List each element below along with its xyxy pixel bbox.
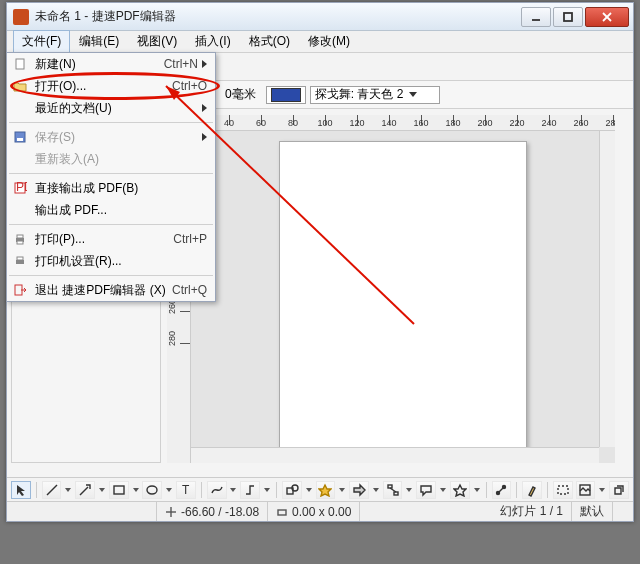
tool-fromfile[interactable] — [576, 481, 596, 499]
tool-connector[interactable] — [240, 481, 260, 499]
style-combo[interactable]: 探戈舞: 青天色 2 — [310, 86, 440, 104]
size-icon — [276, 506, 288, 518]
chevron-right-icon — [202, 104, 207, 112]
tool-callout-dd[interactable] — [439, 488, 447, 492]
doc-new-icon — [11, 56, 29, 72]
tool-symbol-dd[interactable] — [338, 488, 346, 492]
maximize-icon — [563, 12, 573, 22]
rect-icon — [112, 483, 126, 497]
menu-item-shortcut: Ctrl+Q — [172, 283, 207, 297]
svg-rect-30 — [17, 235, 23, 238]
menu-file[interactable]: 文件(F) — [13, 30, 70, 53]
tool-points[interactable] — [492, 481, 512, 499]
file-menu-item-0[interactable]: 新建(N)Ctrl+N — [7, 53, 215, 75]
tool-line-dd[interactable] — [64, 488, 72, 492]
file-menu-item-10[interactable]: 打印(P)...Ctrl+P — [7, 228, 215, 250]
tool-rect[interactable] — [109, 481, 129, 499]
minimize-button[interactable] — [521, 7, 551, 27]
tool-star-dd[interactable] — [473, 488, 481, 492]
menu-item-label: 最近的文档(U) — [35, 100, 198, 117]
style-combo-label: 探戈舞: 青天色 2 — [315, 86, 404, 103]
symbol-icon — [318, 483, 332, 497]
tool-symbol[interactable] — [316, 481, 336, 499]
statusbar: -66.60 / -18.08 0.00 x 0.00 幻灯片 1 / 1 默认 — [7, 501, 633, 521]
menu-insert[interactable]: 插入(I) — [186, 30, 239, 53]
maximize-button[interactable] — [553, 7, 583, 27]
svg-rect-23 — [278, 510, 286, 515]
menu-modify[interactable]: 修改(M) — [299, 30, 359, 53]
svg-rect-26 — [17, 138, 23, 141]
status-size: 0.00 x 0.00 — [268, 502, 360, 521]
tool-fromfile-dd[interactable] — [598, 488, 606, 492]
unit-label: 0毫米 — [225, 86, 256, 103]
tool-ellipse-dd[interactable] — [165, 488, 173, 492]
menu-item-shortcut: Ctrl+O — [172, 79, 207, 93]
chevron-down-icon — [409, 92, 417, 97]
file-menu-item-2[interactable]: 最近的文档(U) — [7, 97, 215, 119]
file-menu-item-11[interactable]: 打印机设置(R)... — [7, 250, 215, 272]
tool-blockarrow-dd[interactable] — [372, 488, 380, 492]
tool-rect-dd[interactable] — [132, 488, 140, 492]
tool-callout[interactable] — [416, 481, 436, 499]
svg-line-5 — [80, 487, 88, 495]
chevron-right-icon — [202, 60, 207, 68]
tool-pointer[interactable] — [11, 481, 31, 499]
crosshair-icon — [165, 506, 177, 518]
menu-edit[interactable]: 编辑(E) — [70, 30, 128, 53]
blank-icon — [11, 202, 29, 218]
svg-rect-19 — [558, 486, 568, 494]
color-swatch — [271, 88, 301, 102]
svg-rect-6 — [114, 486, 124, 494]
tool-arrowline[interactable] — [75, 481, 95, 499]
close-button[interactable] — [585, 7, 629, 27]
file-menu-item-5: 重新装入(A) — [7, 148, 215, 170]
svg-line-18 — [498, 487, 504, 493]
file-menu-item-8[interactable]: 输出成 PDF... — [7, 199, 215, 221]
menu-item-label: 退出 捷速PDF编辑器 (X) — [35, 282, 172, 299]
page[interactable] — [279, 141, 527, 461]
tool-star[interactable] — [450, 481, 470, 499]
tool-blockarrow[interactable] — [349, 481, 369, 499]
svg-line-4 — [47, 485, 57, 495]
tool-curve[interactable] — [207, 481, 227, 499]
svg-line-14 — [390, 488, 396, 492]
tool-extrusion[interactable] — [609, 481, 629, 499]
svg-rect-13 — [394, 492, 398, 495]
tool-flowchart-dd[interactable] — [405, 488, 413, 492]
svg-rect-1 — [564, 13, 572, 21]
fromfile-icon — [578, 483, 592, 497]
menu-item-label: 直接输出成 PDF(B) — [35, 180, 207, 197]
menu-item-label: 重新装入(A) — [35, 151, 207, 168]
file-menu-item-7[interactable]: PDF直接输出成 PDF(B) — [7, 177, 215, 199]
file-menu-item-1[interactable]: 打开(O)...Ctrl+O — [7, 75, 215, 97]
color-swatch-combo[interactable] — [266, 86, 306, 104]
canvas-area[interactable] — [191, 131, 615, 463]
tool-arrowline-dd[interactable] — [98, 488, 106, 492]
callout-icon — [419, 483, 433, 497]
svg-rect-32 — [16, 260, 24, 264]
tool-connector-dd[interactable] — [263, 488, 271, 492]
tool-curve-dd[interactable] — [230, 488, 238, 492]
scrollbar-vertical[interactable] — [599, 131, 615, 447]
tool-fontwork[interactable] — [553, 481, 573, 499]
tool-shapes[interactable] — [282, 481, 302, 499]
tool-ellipse[interactable] — [142, 481, 162, 499]
menu-format[interactable]: 格式(O) — [240, 30, 299, 53]
file-menu-item-13[interactable]: 退出 捷速PDF编辑器 (X)Ctrl+Q — [7, 279, 215, 301]
menu-view[interactable]: 视图(V) — [128, 30, 186, 53]
tool-glue[interactable] — [522, 481, 542, 499]
tool-shapes-dd[interactable] — [305, 488, 313, 492]
ruler-horizontal: 20406080100120140160180200220240260280 — [167, 115, 615, 131]
tool-line[interactable] — [42, 481, 62, 499]
menu-item-label: 打印机设置(R)... — [35, 253, 207, 270]
svg-rect-34 — [15, 285, 22, 295]
minimize-icon — [531, 12, 541, 22]
status-mode: 默认 — [572, 502, 613, 521]
status-coords: -66.60 / -18.08 — [157, 502, 268, 521]
scrollbar-horizontal[interactable] — [191, 447, 599, 463]
tool-flowchart[interactable] — [383, 481, 403, 499]
printer-gear-icon — [11, 253, 29, 269]
tool-text[interactable]: T — [176, 481, 196, 499]
menu-item-label: 打开(O)... — [35, 78, 172, 95]
connector-icon — [243, 483, 257, 497]
